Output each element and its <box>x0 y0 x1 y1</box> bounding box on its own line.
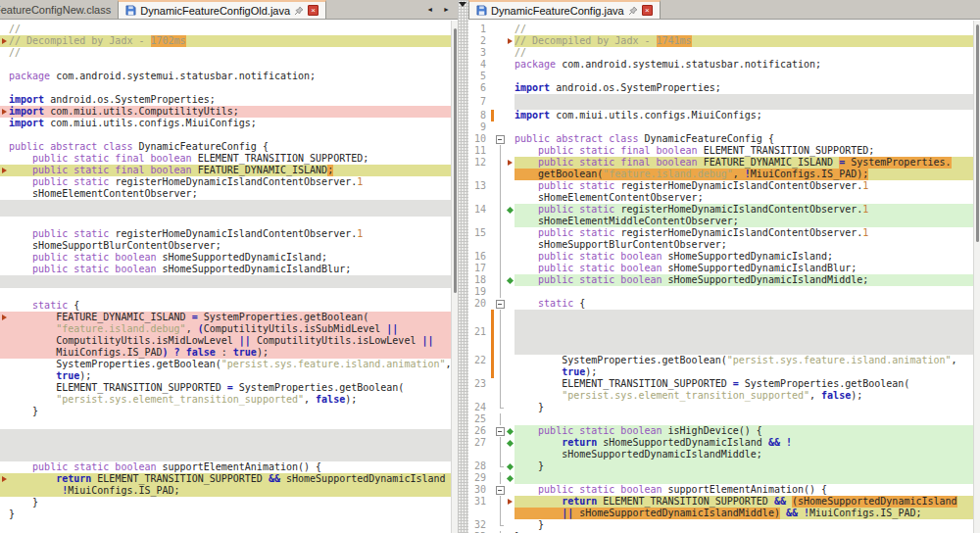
code-text: } <box>9 406 451 417</box>
code-text: public static registerHomeDynamicIslandC… <box>514 180 973 192</box>
code-line <box>0 82 451 94</box>
left-code-area: //// Decompiled by Jadx - 1702ms//packag… <box>0 21 451 533</box>
code-line: 4package com.android.systemui.statusbar.… <box>468 59 973 71</box>
code-text <box>514 71 973 82</box>
line-number: 9 <box>468 121 490 133</box>
diff-marker-green-icon <box>506 441 514 446</box>
code-text: MiuiConfigs.IS_PAD) ? false : true); <box>9 347 451 359</box>
left-scrollbar-thumb[interactable] <box>454 28 457 293</box>
line-number: 26 <box>468 425 490 437</box>
fold-guide <box>495 251 506 263</box>
fold-toggle-icon[interactable] <box>495 425 506 437</box>
code-text: public static final boolean ELEMENT_TRAN… <box>514 145 973 157</box>
tab-dynamicfeatureconfig[interactable]: DynamicFeatureConfig.java × <box>468 0 661 19</box>
pin-icon[interactable] <box>628 6 638 16</box>
splitter-collapse-icon[interactable] <box>459 2 466 7</box>
close-icon[interactable]: × <box>308 5 318 16</box>
fold-toggle-icon[interactable] <box>495 298 506 310</box>
code-line: public static registerHomeDynamicIslandC… <box>0 176 451 188</box>
line-number: 27 <box>468 437 490 449</box>
fold-guide <box>495 413 506 425</box>
fold-guide <box>495 366 506 378</box>
left-scrollbar[interactable] <box>451 21 458 533</box>
line-number: 11 <box>468 145 490 157</box>
fold-toggle-icon[interactable] <box>495 133 506 145</box>
diff-marker-red-icon <box>0 476 9 482</box>
tab-featureconfignew[interactable]: FeatureConfigNew.class <box>0 0 118 19</box>
fold-guide <box>495 82 506 94</box>
line-number: 21 <box>468 326 490 338</box>
code-text <box>514 286 973 298</box>
code-text: public static boolean sHomeSupportedDyna… <box>514 251 973 263</box>
code-text: package com.android.systemui.statusbar.n… <box>514 59 973 71</box>
code-text: public static boolean sHomeSupportedDyna… <box>514 263 973 274</box>
code-line: sHomeElementContentObserver; <box>0 188 451 200</box>
code-text <box>9 82 451 94</box>
code-text <box>9 59 451 71</box>
code-text: public static registerHomeDynamicIslandC… <box>9 228 451 240</box>
fold-guide <box>495 216 506 227</box>
code-text <box>514 94 973 110</box>
code-line: 23 ELEMENT_TRANSITION_SUPPORTED = System… <box>468 378 973 390</box>
fold-guide <box>495 274 506 286</box>
fold-guide <box>495 496 506 508</box>
right-scrollbar-thumb[interactable] <box>976 24 979 242</box>
diff-marker-green-icon <box>506 476 514 481</box>
fold-guide <box>495 472 506 484</box>
code-line: 27 return sHomeSupportedDynamicIsland &&… <box>468 437 973 449</box>
code-line <box>0 129 451 141</box>
tab-dynamicfeatureconfigold[interactable]: DynamicFeatureConfigOld.java × <box>118 0 326 19</box>
line-number: 18 <box>468 274 490 286</box>
line-number: 5 <box>468 71 490 82</box>
close-icon[interactable]: × <box>642 5 653 16</box>
fold-guide <box>495 263 506 274</box>
fold-guide <box>495 94 506 110</box>
fold-guide <box>495 227 506 239</box>
code-line: import android.os.SystemProperties; <box>0 94 451 106</box>
code-text <box>9 217 451 228</box>
code-text: } <box>9 497 451 509</box>
code-text: import com.miui.utils.ComputilityUtils; <box>9 106 451 118</box>
diff-marker-red-icon <box>0 109 9 115</box>
fold-guide <box>495 286 506 298</box>
tab-scroll-right-icon[interactable]: ► <box>439 4 454 16</box>
code-text: public static registerHomeDynamicIslandC… <box>9 176 451 188</box>
code-text: ELEMENT_TRANSITION_SUPPORTED = SystemPro… <box>514 378 973 390</box>
line-number: 22 <box>468 355 490 366</box>
code-text: "persist.sys.element_transition_supporte… <box>9 394 451 406</box>
fold-guide <box>495 110 506 121</box>
code-text: sHomeSupportBlurContentObserver; <box>514 239 973 251</box>
code-line: 18 public static boolean sHomeSupportedD… <box>468 274 973 286</box>
code-text: SystemProperties.getBoolean("persist.sys… <box>9 359 452 370</box>
code-line: package com.android.systemui.statusbar.n… <box>0 71 451 82</box>
fold-guide <box>495 24 506 35</box>
line-number: 10 <box>468 133 490 145</box>
line-number: 4 <box>468 59 490 71</box>
code-line: 25 <box>468 413 973 425</box>
code-line: 24 } <box>468 402 973 413</box>
right-scrollbar[interactable] <box>973 21 980 533</box>
code-line: sHomeSupportBlurContentObserver; <box>0 240 451 252</box>
line-number: 24 <box>468 402 490 413</box>
code-text: || sHomeSupportedDynamicIslandMiddle) &&… <box>514 508 973 519</box>
code-line: public static boolean sHomeSupportedDyna… <box>0 252 451 264</box>
code-text: ComputilityUtils.isMidLowLevel || Comput… <box>9 335 451 347</box>
code-line: sHomeElementMiddleContentObserver; <box>468 216 973 227</box>
line-number: 17 <box>468 263 490 274</box>
code-line: 17 public static boolean sHomeSupportedD… <box>468 263 973 274</box>
tab-scroll-left-icon[interactable]: ◄ <box>422 4 437 16</box>
pin-icon[interactable] <box>294 6 304 16</box>
fold-toggle-icon[interactable] <box>495 484 506 496</box>
line-number: 31 <box>468 496 490 508</box>
code-text: return sHomeSupportedDynamicIsland && ! <box>514 437 973 449</box>
code-line: import com.miui.utils.ComputilityUtils; <box>0 106 451 118</box>
tab-scroll-buttons: ◄ ► <box>422 0 458 19</box>
code-line: || sHomeSupportedDynamicIslandMiddle) &&… <box>468 508 973 519</box>
fold-guide <box>495 204 506 216</box>
save-icon <box>476 5 487 16</box>
code-line: 8import com.miui.utils.configs.MiuiConfi… <box>468 110 973 121</box>
diff-marker-red-icon <box>0 315 9 320</box>
code-line: 7 <box>468 94 973 110</box>
pane-splitter[interactable] <box>458 0 468 533</box>
fold-guide <box>495 355 506 366</box>
